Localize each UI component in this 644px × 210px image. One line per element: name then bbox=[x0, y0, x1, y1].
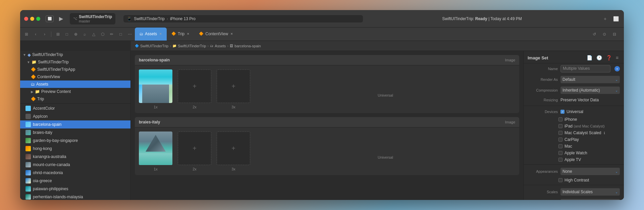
breadcrumb-folder[interactable]: 📁 SwiftUITinderTrip bbox=[172, 44, 206, 48]
asset-item-appicon[interactable]: AppIcon bbox=[20, 112, 130, 120]
asset-item-hongkong[interactable]: hong-kong bbox=[20, 145, 130, 153]
asset-item-mount-currie[interactable]: mount-currie-canada bbox=[20, 161, 130, 169]
edit-button[interactable]: ✏ bbox=[108, 30, 116, 38]
triangle-button[interactable]: △ bbox=[90, 30, 98, 38]
add-button[interactable]: + bbox=[601, 15, 609, 23]
device-name: iPhone 13 Pro bbox=[170, 16, 196, 21]
folder-collapse-icon: ▼ bbox=[27, 60, 30, 64]
breadcrumb-item[interactable]: 🖼 barcelona-spain bbox=[230, 44, 261, 48]
tab-contentview-close[interactable]: ✕ bbox=[230, 32, 233, 36]
barcelona-slot-1x-box[interactable] bbox=[139, 69, 172, 103]
braies-image-slots: 1x + 2x + 3x Unive bbox=[135, 127, 519, 175]
search-button[interactable]: ⌕ bbox=[81, 30, 89, 38]
appearances-dropdown-arrow: ⌄ bbox=[615, 170, 618, 173]
asset-item-palawan[interactable]: palawan-philippines bbox=[20, 185, 130, 193]
maximize-button[interactable] bbox=[36, 17, 40, 21]
tree-folder[interactable]: ▼ 📁 SwiftUITinderTrip bbox=[20, 58, 130, 66]
device-tv-checkbox[interactable] bbox=[558, 158, 562, 162]
tab-trip-close[interactable]: ✕ bbox=[187, 32, 190, 36]
inspector-gamut-dropdown[interactable]: Any ⌄ bbox=[560, 199, 620, 200]
minimize-button[interactable] bbox=[30, 17, 34, 21]
inspector-name-input[interactable]: Multiple Values bbox=[560, 65, 610, 72]
braies-slot-2x-box[interactable]: + bbox=[178, 132, 211, 165]
inspector-render-dropdown[interactable]: Default ⌄ bbox=[560, 76, 620, 83]
device-mac-checkbox[interactable] bbox=[558, 144, 562, 148]
tab-assets[interactable]: 🗂 Assets ✕ bbox=[135, 28, 167, 41]
breadcrumb-assets[interactable]: 🗂 Assets bbox=[210, 44, 226, 48]
filter-button[interactable]: ⊞ bbox=[54, 30, 62, 38]
inspector-scales-dropdown[interactable]: Individual Scales ⌄ bbox=[560, 188, 620, 196]
run-button[interactable]: ▶ bbox=[59, 15, 63, 22]
comment-button[interactable]: □ bbox=[117, 30, 124, 38]
asset-item-oia[interactable]: oia-greece bbox=[20, 177, 130, 185]
tab-assets-label: Assets bbox=[145, 32, 157, 36]
inspector-icon[interactable]: ⊕ bbox=[72, 30, 80, 38]
inspector-name-add[interactable]: + bbox=[614, 66, 620, 71]
barcelona-slot-3x-box[interactable]: + bbox=[217, 69, 250, 103]
asset-item-accentcolor[interactable]: AccentColor bbox=[20, 104, 130, 112]
mac-catalyst-info-icon[interactable]: ℹ bbox=[604, 131, 605, 135]
tab-contentview[interactable]: 🔶 ContentView ✕ bbox=[194, 28, 238, 41]
inspector-tab-attributes[interactable]: ❓ bbox=[605, 54, 613, 61]
braies-card-header: braies-italy Image bbox=[135, 117, 519, 127]
split-view-button[interactable]: ⬜ bbox=[612, 15, 620, 23]
inspector-toggle-button[interactable]: ⊟ bbox=[610, 30, 619, 38]
barcelona-slot-2x-box[interactable]: + bbox=[178, 69, 211, 103]
tree-project[interactable]: ▼ ◆ SwiftUITinderTrip bbox=[20, 51, 130, 58]
show-only-button[interactable]: □ bbox=[63, 30, 71, 38]
device-selector[interactable]: 📱 SwiftUITinderTrip › iPhone 13 Pro bbox=[123, 15, 363, 22]
tree-assets-label: Assets bbox=[36, 82, 48, 87]
braies-slot-1x: 1x bbox=[139, 132, 172, 171]
inspector-appearances-dropdown[interactable]: None ⌄ bbox=[560, 168, 620, 175]
accentcolor-thumb bbox=[25, 106, 31, 111]
refresh-button[interactable]: ↺ bbox=[590, 30, 598, 38]
asset-item-braies[interactable]: braies-italy bbox=[20, 128, 130, 137]
toolbar-right: ↺ ⊙ ⊟ bbox=[588, 30, 621, 38]
forward-button[interactable]: › bbox=[41, 30, 49, 38]
braies-slot-1x-box[interactable] bbox=[139, 132, 172, 165]
preview-folder-icon: 📁 bbox=[35, 89, 40, 94]
high-contrast-checkbox[interactable] bbox=[558, 178, 562, 182]
tree-assets[interactable]: 🗂 Assets bbox=[20, 81, 130, 88]
back-button[interactable]: ‹ bbox=[32, 30, 40, 38]
tab-assets-close[interactable]: ✕ bbox=[159, 32, 162, 36]
tab-trip[interactable]: 🔶 Trip ✕ bbox=[167, 28, 194, 41]
tree-app[interactable]: 🔶 SwiftUITinderTripApp bbox=[20, 66, 130, 73]
barcelona-card-label: Image bbox=[505, 58, 515, 62]
device-mac-catalyst-checkbox[interactable] bbox=[558, 131, 562, 135]
asset-item-garden[interactable]: garden-by-bay-singapore bbox=[20, 137, 130, 145]
braies-slot-3x-box[interactable]: + bbox=[217, 132, 250, 165]
barcelona-slot-1x: 1x bbox=[139, 69, 172, 109]
device-carplay-checkbox[interactable] bbox=[558, 138, 562, 142]
toolbar-separator bbox=[51, 32, 51, 37]
hexagon-button[interactable]: ⬡ bbox=[99, 30, 107, 38]
more-button[interactable]: ⋯ bbox=[126, 30, 133, 38]
barcelona-universal: Universal bbox=[256, 78, 515, 101]
tree-contentview[interactable]: 🔶 ContentView bbox=[20, 73, 130, 81]
inspector-tab-file[interactable]: 📄 bbox=[585, 54, 594, 61]
inspector-sep-2 bbox=[524, 164, 624, 165]
grid-view-button[interactable]: ⊞ bbox=[23, 30, 31, 38]
activity-button[interactable]: ⊙ bbox=[600, 30, 608, 38]
main-area: ▼ ◆ SwiftUITinderTrip ▼ 📁 SwiftUITinderT… bbox=[20, 51, 624, 200]
asset-item-ohrid[interactable]: ohrid-macedonia bbox=[20, 169, 130, 177]
inspector-resizing-row: Resizing Preserve Vector Data bbox=[524, 96, 624, 104]
branch-name: master bbox=[79, 19, 112, 23]
close-button[interactable] bbox=[24, 17, 28, 21]
tree-trip[interactable]: 🔶 Trip bbox=[20, 95, 130, 103]
device-watch-label: Apple Watch bbox=[565, 151, 587, 155]
breadcrumb-project[interactable]: 🔷 SwiftUITinderTrip bbox=[135, 44, 168, 48]
inspector-tab-history[interactable]: 🕐 bbox=[595, 54, 603, 61]
device-mac-catalyst-label: Mac Catalyst Scaled bbox=[565, 130, 601, 135]
asset-item-barcelona[interactable]: barcelona-spain bbox=[20, 120, 130, 128]
device-iphone-checkbox[interactable] bbox=[558, 117, 562, 121]
inspector-tab-settings[interactable]: ≡ bbox=[614, 54, 620, 61]
device-watch-checkbox[interactable] bbox=[558, 151, 562, 155]
sidebar-toggle-button[interactable]: ⬜ bbox=[46, 15, 54, 22]
asset-item-kanangra[interactable]: kanangra-australia bbox=[20, 153, 130, 161]
device-ipad-checkbox[interactable] bbox=[558, 124, 562, 128]
tree-preview[interactable]: ▶ 📁 Preview Content bbox=[20, 88, 130, 95]
inspector-compression-dropdown[interactable]: Inherited (Automatic) ⌄ bbox=[560, 87, 620, 94]
device-universal-checkbox[interactable] bbox=[560, 110, 565, 114]
asset-item-perhentian[interactable]: perhentian-islands-malaysia bbox=[20, 193, 130, 200]
